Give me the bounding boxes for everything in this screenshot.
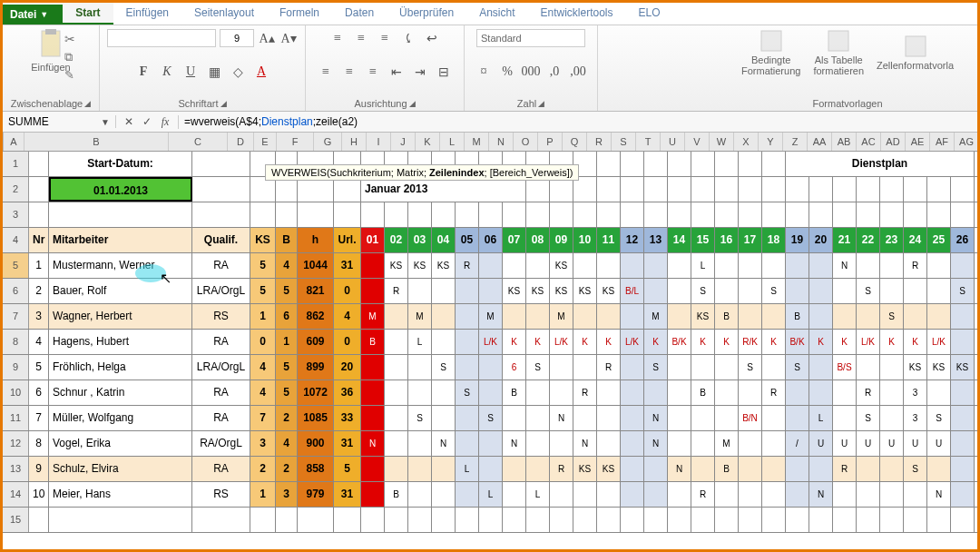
cell-day[interactable] xyxy=(503,253,526,278)
cell[interactable] xyxy=(597,152,621,176)
col-ks[interactable]: KS xyxy=(250,228,276,252)
cell-day[interactable] xyxy=(809,355,833,380)
cell-day[interactable] xyxy=(621,355,644,380)
column-header[interactable]: F xyxy=(277,133,314,151)
cell-day[interactable] xyxy=(857,253,880,278)
cell-day[interactable]: U xyxy=(833,431,857,456)
cell-day[interactable] xyxy=(786,380,809,405)
row-header[interactable]: 8 xyxy=(3,330,29,354)
cell-day[interactable] xyxy=(786,406,809,430)
cell-day[interactable] xyxy=(809,279,833,303)
cell-day[interactable]: N xyxy=(927,482,951,507)
cell[interactable] xyxy=(644,202,668,227)
cancel-icon[interactable]: ✕ xyxy=(122,115,136,128)
cell[interactable] xyxy=(550,177,573,202)
cell-day[interactable] xyxy=(597,380,621,405)
thousands-icon[interactable]: 000 xyxy=(522,63,540,81)
border-button[interactable]: ▦ xyxy=(205,63,223,81)
cell-day[interactable]: R xyxy=(550,457,573,481)
cell-day[interactable] xyxy=(456,304,479,329)
cell-qualif[interactable]: RA/OrgL xyxy=(192,431,250,456)
cell-b[interactable]: 3 xyxy=(276,482,298,507)
cell-day[interactable] xyxy=(526,304,550,329)
cell[interactable] xyxy=(786,177,809,202)
row-header[interactable]: 6 xyxy=(3,279,29,303)
cell-h[interactable]: 899 xyxy=(298,355,334,380)
cell-day[interactable] xyxy=(833,304,857,329)
cell-day[interactable] xyxy=(644,380,668,405)
cell-day[interactable] xyxy=(456,330,479,354)
row-header[interactable]: 11 xyxy=(3,406,29,430)
cell-day[interactable] xyxy=(951,406,975,430)
column-header[interactable]: G xyxy=(314,133,342,151)
cell[interactable] xyxy=(762,508,786,532)
cell[interactable] xyxy=(479,508,503,532)
col-day-13[interactable]: 13 xyxy=(644,228,668,252)
cell[interactable] xyxy=(668,177,691,202)
cell-ks[interactable]: 5 xyxy=(250,253,276,278)
cell-day[interactable] xyxy=(668,380,691,405)
cell-day[interactable]: KS xyxy=(597,279,621,303)
tab-seitenlayout[interactable]: Seitenlayout xyxy=(181,3,267,25)
cell-h[interactable]: 858 xyxy=(298,457,334,481)
cell-name[interactable]: Müller, Wolfgang xyxy=(49,406,192,430)
column-header[interactable]: E xyxy=(254,133,277,151)
cell-day[interactable]: L/K xyxy=(857,330,880,354)
cell[interactable] xyxy=(408,508,432,532)
cell[interactable] xyxy=(951,202,975,227)
cell-day[interactable]: K xyxy=(880,330,904,354)
column-header[interactable]: X xyxy=(734,133,759,151)
cell-day[interactable] xyxy=(408,279,432,303)
cell-day[interactable]: 6 xyxy=(503,355,526,380)
cell-day[interactable]: B xyxy=(715,304,739,329)
cell-day[interactable]: R xyxy=(456,253,479,278)
number-format-combo[interactable]: Standard xyxy=(476,29,585,47)
cell[interactable] xyxy=(503,508,526,532)
cell-day[interactable] xyxy=(432,330,456,354)
cell-day[interactable]: S xyxy=(880,304,904,329)
format-as-table-button[interactable]: Als Tabelle formatieren xyxy=(813,29,864,76)
cell-day[interactable]: U xyxy=(904,431,927,456)
cell-day[interactable]: L xyxy=(408,330,432,354)
cell-day[interactable] xyxy=(503,406,526,430)
cell[interactable] xyxy=(276,202,298,227)
cell-day[interactable] xyxy=(668,355,691,380)
cell-url[interactable]: 33 xyxy=(334,406,361,430)
cell[interactable] xyxy=(192,508,250,532)
cell-day[interactable] xyxy=(668,431,691,456)
cell-day[interactable]: B xyxy=(385,482,408,507)
cell[interactable] xyxy=(573,177,597,202)
cell-url[interactable]: 0 xyxy=(334,279,361,303)
cell-day[interactable]: K xyxy=(526,330,550,354)
cell-day[interactable] xyxy=(904,304,927,329)
cell[interactable] xyxy=(880,177,904,202)
cell[interactable] xyxy=(621,177,644,202)
cell-day[interactable] xyxy=(668,304,691,329)
col-day-10[interactable]: 10 xyxy=(573,228,597,252)
cell-day[interactable] xyxy=(621,457,644,481)
col-day-12[interactable]: 12 xyxy=(621,228,644,252)
cell-day[interactable] xyxy=(691,457,715,481)
cell[interactable] xyxy=(668,202,691,227)
cell-ks[interactable]: 7 xyxy=(250,406,276,430)
cell-h[interactable]: 900 xyxy=(298,431,334,456)
cell-day[interactable] xyxy=(621,304,644,329)
col-day-01[interactable]: 01 xyxy=(361,228,385,252)
cell[interactable] xyxy=(809,177,833,202)
font-color-button[interactable]: A xyxy=(252,63,270,81)
row-header[interactable]: 5 xyxy=(3,253,29,278)
cell-day[interactable]: N xyxy=(644,431,668,456)
cell-day[interactable] xyxy=(644,482,668,507)
cell-day[interactable] xyxy=(456,279,479,303)
cell-day[interactable]: L/K xyxy=(550,330,573,354)
cell-day[interactable]: M xyxy=(550,304,573,329)
row-header[interactable]: 7 xyxy=(3,304,29,329)
cell[interactable] xyxy=(192,152,250,176)
cell-day[interactable]: M xyxy=(408,304,432,329)
bold-button[interactable]: F xyxy=(134,63,152,81)
cell-day[interactable]: KS xyxy=(691,304,715,329)
cell-day[interactable] xyxy=(904,279,927,303)
cell[interactable] xyxy=(597,508,621,532)
cell-day[interactable]: B/S xyxy=(833,355,857,380)
row-header[interactable]: 1 xyxy=(3,152,29,176)
